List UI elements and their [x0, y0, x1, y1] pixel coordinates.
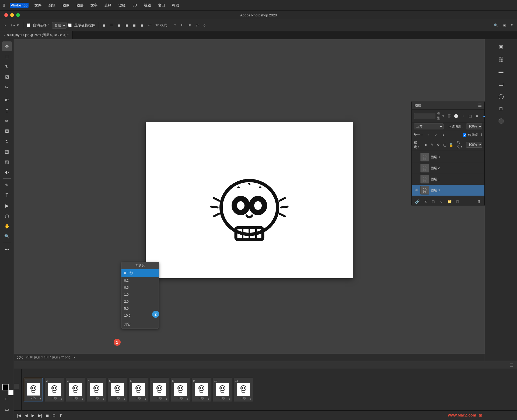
lasso-tool[interactable]: ↻ [2, 62, 12, 72]
close-button[interactable] [4, 13, 8, 17]
chevron-down-icon[interactable]: ▼ [442, 115, 445, 118]
shape-tool[interactable]: ▢ [2, 211, 12, 221]
layer-new-btn[interactable]: □ [454, 198, 461, 205]
dropdown-item-5.0[interactable]: 5.0 [121, 305, 159, 312]
dodge-tool[interactable]: ◐ [2, 167, 12, 177]
first-frame-btn[interactable]: |◀ [16, 413, 22, 418]
workspace-btn[interactable]: ▣ [501, 22, 507, 28]
eyedropper-tool[interactable]: 👁 [2, 96, 12, 105]
menu-file[interactable]: 文件 [33, 2, 43, 8]
status-arrow[interactable]: > [73, 356, 75, 359]
minimize-button[interactable] [10, 13, 14, 17]
dropdown-item-0.2[interactable]: 0.2 [121, 277, 159, 284]
3d-btn5[interactable]: ◇ [202, 22, 208, 28]
frame-dropdown-11[interactable]: ▼ [249, 397, 252, 401]
apple-menu[interactable]:  [3, 3, 5, 8]
menu-3d[interactable]: 3D [131, 3, 138, 8]
layer-1-visibility[interactable] [414, 177, 419, 182]
menu-text[interactable]: 文字 [89, 2, 99, 8]
frame-item-1[interactable]: 1 0 秒 ▼ [24, 378, 43, 401]
dropdown-item-2.0[interactable]: 2.0 [121, 298, 159, 305]
history-btn[interactable]: □ [496, 103, 506, 114]
filter-pixel-btn[interactable]: ▒ [446, 113, 452, 119]
swatches-btn[interactable]: ▒ [496, 54, 506, 65]
menu-select[interactable]: 选择 [103, 2, 113, 8]
background-color[interactable] [8, 390, 13, 395]
history-brush[interactable]: ↻ [2, 136, 12, 146]
color-swatches[interactable] [2, 384, 12, 394]
menu-view[interactable]: 视图 [143, 2, 152, 8]
layer-3-visibility[interactable] [414, 155, 419, 160]
info-btn[interactable]: ⚫ [496, 116, 506, 126]
filter-smart-btn[interactable]: ■ [474, 113, 480, 119]
auto-select-checkbox[interactable] [27, 23, 30, 27]
text-tool[interactable]: T [2, 190, 12, 200]
layer-delete-btn[interactable]: 🗑 [476, 198, 482, 205]
zoom-tool[interactable]: 🔍 [2, 231, 12, 241]
dropdown-item-1.0[interactable]: 1.0 [121, 291, 159, 298]
3d-btn1[interactable]: □ [172, 22, 177, 28]
lock-artboard-btn[interactable]: ▢ [442, 142, 447, 148]
align-left-btn[interactable]: ◼ [101, 22, 107, 28]
layer-item-1[interactable]: 图层 1 [412, 174, 484, 185]
dropdown-item-0.1[interactable]: 0.1 秒 [121, 269, 159, 277]
frame-dropdown-3[interactable]: ▼ [81, 397, 84, 401]
align-bottom-btn[interactable]: ◼ [139, 22, 145, 28]
frame-item-6[interactable]: 6 0 秒 ▼ [129, 378, 148, 401]
new-frame-btn[interactable]: □ [52, 413, 56, 418]
frame-dropdown-7[interactable]: ▼ [165, 397, 168, 401]
layer-group-btn[interactable]: 📁 [446, 198, 453, 205]
align-top-btn[interactable]: ◼ [124, 22, 130, 28]
filter-shape-btn[interactable]: ▢ [467, 113, 473, 119]
prev-frame-btn[interactable]: ◀ [24, 413, 29, 418]
layer-item-3[interactable]: 图层 3 [412, 152, 484, 163]
eraser-tool[interactable]: ▧ [2, 147, 12, 156]
frame-item-9[interactable]: 9 0 秒 ▼ [192, 378, 211, 401]
clone-tool[interactable]: ⚅ [2, 126, 12, 136]
align-center-h-btn[interactable]: ☰ [109, 22, 115, 28]
align-right-btn[interactable]: ◼ [116, 22, 122, 28]
foreground-color[interactable] [2, 384, 9, 390]
delete-frame-btn[interactable]: 🗑 [58, 413, 64, 418]
frame-item-8[interactable]: 8 0 秒 ▼ [171, 378, 190, 401]
layers-panel-menu-btn[interactable]: ☰ [478, 103, 482, 108]
maximize-button[interactable] [16, 13, 20, 17]
filter-text-btn[interactable]: T [460, 113, 466, 119]
more-btn[interactable]: ••• [146, 22, 153, 28]
brush-tool[interactable]: ✏ [2, 116, 12, 126]
move-tool-btn[interactable]: ↕↔ ▼ [9, 22, 21, 28]
search-btn[interactable]: 🔍 [492, 22, 499, 28]
home-button[interactable]: ⌂ [2, 22, 7, 28]
unify-vis-btn[interactable]: ◅ [433, 132, 439, 138]
frame-item-7[interactable]: 7 0 秒 ▼ [150, 378, 169, 401]
frame-item-11[interactable]: 11 0 秒 ▼ [234, 378, 253, 401]
properties-btn[interactable]: ▣ [496, 41, 506, 52]
crop-tool[interactable]: ✂ [2, 82, 12, 92]
lock-image-btn[interactable]: ✎ [430, 142, 435, 148]
frame-dropdown-1[interactable]: ▼ [39, 397, 42, 400]
menu-layer[interactable]: 图层 [75, 2, 85, 8]
gradient-tool[interactable]: ▨ [2, 157, 12, 167]
tween-btn[interactable]: ◼ [45, 413, 50, 418]
marquee-tool[interactable]: ⎕ [2, 52, 12, 61]
libraries-btn[interactable]: ⌴ [496, 79, 506, 89]
menu-help[interactable]: 帮助 [171, 2, 180, 8]
frame-item-4[interactable]: 4 0 秒 ▼ [87, 378, 106, 401]
blend-mode-select[interactable]: 正常 [414, 123, 443, 129]
layer-2-visibility[interactable] [414, 166, 419, 171]
adjustments-btn[interactable]: ▬ [496, 66, 506, 77]
spot-heal-tool[interactable]: ⚲ [2, 106, 12, 115]
play-btn[interactable]: ▶ [30, 413, 36, 418]
menu-edit[interactable]: 编辑 [47, 2, 57, 8]
move-tool[interactable]: ✥ [2, 41, 12, 51]
layers-search-input[interactable] [414, 113, 435, 119]
frame-dropdown-5[interactable]: ▼ [123, 397, 126, 401]
filter-active-btn[interactable]: ● [481, 113, 487, 119]
hand-tool[interactable]: ✋ [2, 221, 12, 231]
frame-dropdown-2[interactable]: ▼ [60, 397, 63, 401]
lock-transparent-btn[interactable]: ■ [423, 142, 428, 148]
menu-image[interactable]: 图像 [61, 2, 71, 8]
fill-select[interactable]: 100% [466, 142, 482, 148]
show-transform-checkbox[interactable] [68, 23, 72, 27]
lock-all-btn[interactable]: 🔒 [449, 142, 453, 148]
